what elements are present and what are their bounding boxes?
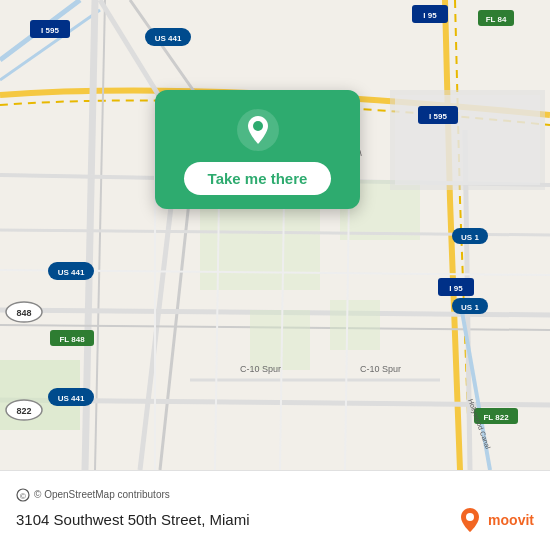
svg-text:I 95: I 95	[449, 284, 463, 293]
svg-text:848: 848	[16, 308, 31, 318]
svg-text:I 95: I 95	[423, 11, 437, 20]
moovit-logo: moovit	[456, 506, 534, 534]
svg-text:C-10 Spur: C-10 Spur	[360, 364, 401, 374]
svg-point-44	[466, 513, 474, 521]
location-pin-icon	[236, 108, 280, 152]
svg-text:I 595: I 595	[41, 26, 59, 35]
svg-text:FL 848: FL 848	[59, 335, 85, 344]
moovit-pin-icon	[456, 506, 484, 534]
svg-text:US 1: US 1	[461, 233, 479, 242]
moovit-brand-text: moovit	[488, 512, 534, 528]
svg-text:822: 822	[16, 406, 31, 416]
svg-text:C-10 Spur: C-10 Spur	[240, 364, 281, 374]
svg-rect-5	[330, 300, 380, 350]
svg-text:US 441: US 441	[155, 34, 182, 43]
address-text: 3104 Southwest 50th Street, Miami	[16, 511, 249, 528]
bottom-bar: © © OpenStreetMap contributors 3104 Sout…	[0, 470, 550, 550]
svg-text:FL 822: FL 822	[483, 413, 509, 422]
take-me-there-button[interactable]: Take me there	[184, 162, 332, 195]
svg-text:I 595: I 595	[429, 112, 447, 121]
svg-text:US 441: US 441	[58, 394, 85, 403]
svg-rect-4	[250, 310, 310, 370]
svg-point-41	[253, 121, 263, 131]
map-container: I 595 US 441 I 95 FL 84 I 595 US 441 US …	[0, 0, 550, 470]
popup-card: Take me there	[155, 90, 360, 209]
svg-rect-7	[395, 95, 540, 185]
svg-text:FL 84: FL 84	[486, 15, 507, 24]
svg-text:US 1: US 1	[461, 303, 479, 312]
copyright-icon: ©	[16, 488, 30, 502]
svg-text:US 441: US 441	[58, 268, 85, 277]
osm-credit: © © OpenStreetMap contributors	[16, 488, 534, 502]
svg-text:©: ©	[20, 491, 26, 500]
